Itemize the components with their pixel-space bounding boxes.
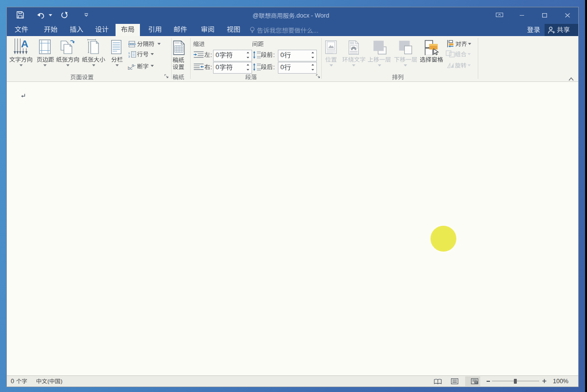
svg-text:1: 1 bbox=[128, 52, 130, 55]
svg-text:bc: bc bbox=[128, 65, 133, 70]
svg-text:A: A bbox=[21, 39, 28, 49]
svg-text:3: 3 bbox=[128, 55, 130, 58]
